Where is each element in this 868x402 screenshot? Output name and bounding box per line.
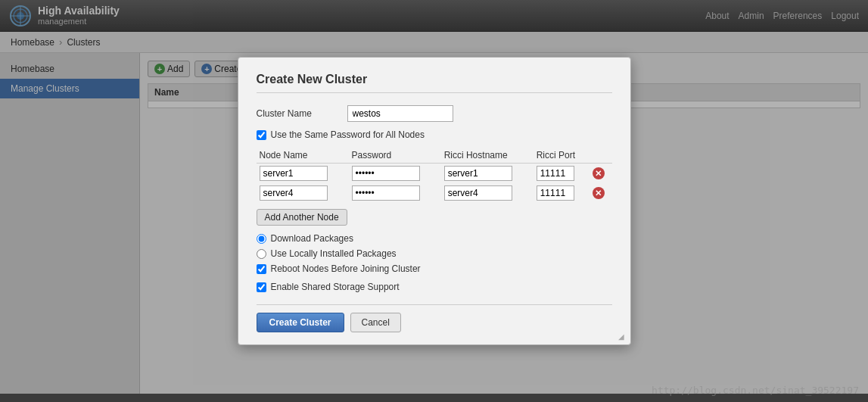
node-col-password: Password	[349, 148, 441, 164]
node-col-ricci-port: Ricci Port	[534, 148, 590, 164]
radio-download-label: Download Packages	[271, 233, 353, 244]
cluster-name-label: Cluster Name	[257, 108, 347, 119]
radio-download[interactable]	[257, 234, 266, 244]
remove-node-btn-1[interactable]: ✕	[593, 187, 605, 199]
node-col-name: Node Name	[257, 148, 349, 164]
node-row-1: ✕	[257, 183, 612, 203]
node-name-input-1[interactable]	[260, 185, 328, 201]
remove-node-btn-0[interactable]: ✕	[593, 167, 605, 179]
modal-overlay: Create New Cluster Cluster Name Use the …	[0, 0, 868, 394]
storage-checkbox[interactable]	[257, 282, 266, 292]
create-cluster-button[interactable]: Create Cluster	[257, 313, 344, 332]
same-password-row: Use the Same Password for All Nodes	[257, 129, 612, 140]
radio-local[interactable]	[257, 249, 266, 259]
cluster-name-row: Cluster Name	[257, 105, 612, 122]
node-name-input-0[interactable]	[260, 166, 328, 181]
same-password-label: Use the Same Password for All Nodes	[271, 129, 425, 140]
storage-label: Enable Shared Storage Support	[271, 282, 400, 292]
dialog-footer: Create Cluster Cancel	[257, 304, 612, 332]
node-ricci-port-input-0[interactable]	[537, 166, 574, 181]
node-ricci-hostname-input-1[interactable]	[444, 185, 512, 201]
node-row-0: ✕	[257, 164, 612, 184]
radio-local-label: Use Locally Installed Packages	[271, 248, 397, 259]
node-ricci-port-input-1[interactable]	[537, 185, 574, 201]
storage-checkbox-row: Enable Shared Storage Support	[257, 282, 612, 292]
add-another-node-button[interactable]: Add Another Node	[257, 209, 347, 226]
node-table: Node Name Password Ricci Hostname Ricci …	[257, 148, 612, 203]
reboot-checkbox-row: Reboot Nodes Before Joining Cluster	[257, 263, 612, 274]
node-password-input-0[interactable]	[352, 166, 420, 181]
create-cluster-dialog: Create New Cluster Cluster Name Use the …	[238, 57, 631, 345]
node-password-input-1[interactable]	[352, 185, 420, 201]
node-col-actions	[590, 148, 612, 164]
radio-download-row: Download Packages	[257, 233, 612, 244]
reboot-label: Reboot Nodes Before Joining Cluster	[271, 263, 421, 274]
node-col-ricci-hostname: Ricci Hostname	[441, 148, 534, 164]
dialog-title: Create New Cluster	[257, 73, 612, 93]
node-table-body: ✕ ✕	[257, 164, 612, 204]
same-password-checkbox[interactable]	[257, 130, 266, 140]
cancel-button[interactable]: Cancel	[350, 313, 401, 332]
node-ricci-hostname-input-0[interactable]	[444, 166, 512, 181]
radio-local-row: Use Locally Installed Packages	[257, 248, 612, 259]
dialog-resize-handle[interactable]: ◢	[618, 332, 627, 341]
reboot-checkbox[interactable]	[257, 264, 266, 274]
cluster-name-input[interactable]	[347, 105, 453, 122]
